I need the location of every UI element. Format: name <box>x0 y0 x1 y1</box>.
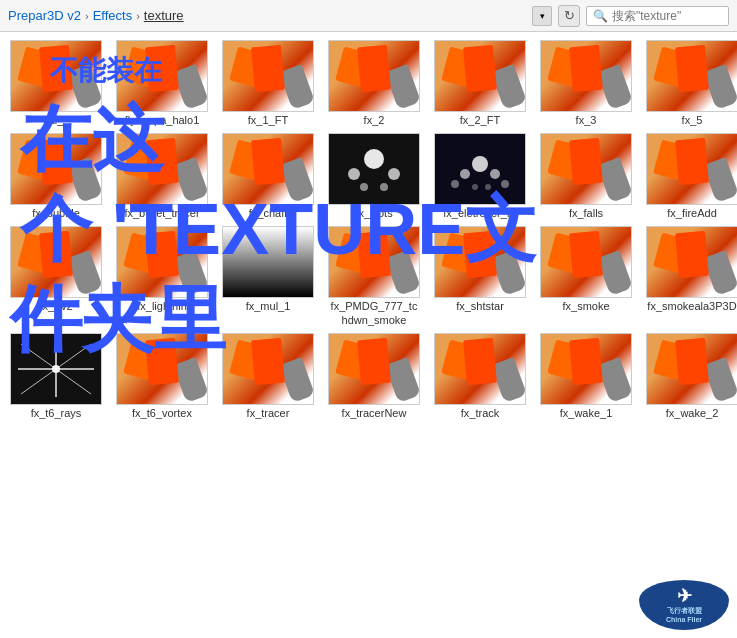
thumbnail-item-fx_t6_rays[interactable]: fx_t6_rays <box>6 333 106 420</box>
svg-point-8 <box>451 180 459 188</box>
search-icon: 🔍 <box>593 9 608 23</box>
thumbnail-item-fx_tracer[interactable]: fx_tracer <box>218 333 318 420</box>
top-bar: Prepar3D v2 › Effects › texture ▾ ↻ 🔍 <box>0 0 737 32</box>
thumbnail-image-fx_t6_rays <box>10 333 102 405</box>
thumbnail-label: fx_5 <box>682 114 703 127</box>
thumbnail-label: fx_track <box>461 407 500 420</box>
thumbnail-item-flytampa_halo1[interactable]: flytampa_halo1 <box>112 40 212 127</box>
thumbnail-item-fx_bullet_tracer[interactable]: fx_bullet_tracer <box>112 133 212 220</box>
thumbnail-image-fx_wake_2 <box>646 333 737 405</box>
breadcrumb-effects[interactable]: Effects <box>93 8 133 23</box>
svg-point-0 <box>364 149 384 169</box>
thumbnail-image-fx_eletrecer_rb <box>434 133 526 205</box>
thumbnail-item-fx_tracerNew[interactable]: fx_tracerNew <box>324 333 424 420</box>
thumbnail-image-fx_chaff <box>222 133 314 205</box>
svg-line-15 <box>56 369 91 394</box>
thumbnail-label: fx_bullet_tracer <box>124 207 199 220</box>
thumbnail-image-fx_shtstar <box>434 226 526 298</box>
thumbnail-label: fx_tracerNew <box>342 407 407 420</box>
thumbnail-image-fx_tracerNew <box>328 333 420 405</box>
thumbnail-item-fx_smoke[interactable]: fx_smoke <box>536 226 636 326</box>
thumbnail-item-fx_Fv2[interactable]: fx_Fv2 <box>6 226 106 326</box>
thumbnail-label: fx_shtstar <box>456 300 504 313</box>
breadcrumb: Prepar3D v2 › Effects › texture <box>8 8 528 23</box>
refresh-button[interactable]: ↻ <box>558 5 580 27</box>
svg-line-12 <box>21 344 56 369</box>
thumbnail-label: fx_falls <box>569 207 603 220</box>
thumbnail-image-fx_smokeala3P3D <box>646 226 737 298</box>
thumbnail-label: fx_bubble <box>32 207 80 220</box>
svg-point-7 <box>490 169 500 179</box>
thumbnail-label: fx_wake_1 <box>560 407 613 420</box>
thumbnail-item-fx_1_FT[interactable]: fx_1_FT <box>218 40 318 127</box>
svg-point-3 <box>360 183 368 191</box>
thumbnail-label: fx_3 <box>576 114 597 127</box>
thumbnail-label: flytampa_halo1 <box>125 114 200 127</box>
thumbnail-image-fx_PMDG_777_tchdwn_smoke <box>328 226 420 298</box>
svg-point-9 <box>501 180 509 188</box>
svg-point-11 <box>485 184 491 190</box>
thumbnail-item-fx_bubble[interactable]: fx_bubble <box>6 133 106 220</box>
thumbnail-item-ai_[interactable]: ai_ <box>6 40 106 127</box>
search-box: 🔍 <box>586 6 729 26</box>
content-area: ai_ flytampa_halo1 fx_1_FT fx_2 fx_2_FT … <box>0 32 737 638</box>
thumbnail-item-fx_eletrecer_rb[interactable]: fx_eletrecer_rb <box>430 133 530 220</box>
thumbnail-image-fx_3 <box>540 40 632 112</box>
thumbnail-image-fx_falls <box>540 133 632 205</box>
thumbnail-item-fx_3[interactable]: fx_3 <box>536 40 636 127</box>
svg-point-5 <box>472 156 488 172</box>
thumbnail-item-fx_smokeala3P3D[interactable]: fx_smokeala3P3D <box>642 226 737 326</box>
top-bar-right: ▾ ↻ 🔍 <box>532 5 729 27</box>
thumbnail-label: fx_fireAdd <box>667 207 717 220</box>
thumbnail-item-fx_Dots[interactable]: fx_Dots <box>324 133 424 220</box>
thumbnail-item-fx_2[interactable]: fx_2 <box>324 40 424 127</box>
thumbnail-image-fx_bubble <box>10 133 102 205</box>
thumbnail-image-fx_1_FT <box>222 40 314 112</box>
search-input[interactable] <box>612 9 722 23</box>
thumbnail-item-fx_lightnin[interactable]: fx_lightnin <box>112 226 212 326</box>
thumbnail-label: fx_smokeala3P3D <box>647 300 736 313</box>
breadcrumb-texture[interactable]: texture <box>144 8 184 23</box>
thumbnail-image-fx_lightnin <box>116 226 208 298</box>
thumbnail-label: fx_chaff <box>249 207 287 220</box>
thumbnail-image-fx_mul_1 <box>222 226 314 298</box>
thumbnail-label: fx_2_FT <box>460 114 500 127</box>
thumbnail-item-fx_mul_1[interactable]: fx_mul_1 <box>218 226 318 326</box>
svg-point-6 <box>460 169 470 179</box>
thumbnail-image-fx_5 <box>646 40 737 112</box>
thumbnail-grid: ai_ flytampa_halo1 fx_1_FT fx_2 fx_2_FT … <box>0 32 737 428</box>
thumbnail-image-fx_Dots <box>328 133 420 205</box>
thumbnail-item-fx_5[interactable]: fx_5 <box>642 40 737 127</box>
logo-text2: China Flier <box>666 616 702 624</box>
svg-point-1 <box>348 168 360 180</box>
path-dropdown-button[interactable]: ▾ <box>532 6 552 26</box>
thumbnail-image-fx_t6_vortex <box>116 333 208 405</box>
thumbnail-image-flytampa_halo1 <box>116 40 208 112</box>
thumbnail-image-fx_smoke <box>540 226 632 298</box>
breadcrumb-prepar3d[interactable]: Prepar3D v2 <box>8 8 81 23</box>
thumbnail-item-fx_t6_vortex[interactable]: fx_t6_vortex <box>112 333 212 420</box>
logo-text1: 飞行者联盟 <box>667 607 702 615</box>
thumbnail-item-fx_chaff[interactable]: fx_chaff <box>218 133 318 220</box>
thumbnail-item-fx_2_FT[interactable]: fx_2_FT <box>430 40 530 127</box>
svg-line-14 <box>21 369 56 394</box>
thumbnail-image-fx_tracer <box>222 333 314 405</box>
thumbnail-image-fx_track <box>434 333 526 405</box>
logo-inner: ✈ 飞行者联盟 China Flier <box>666 586 702 624</box>
thumbnail-item-fx_wake_2[interactable]: fx_wake_2 <box>642 333 737 420</box>
thumbnail-item-fx_wake_1[interactable]: fx_wake_1 <box>536 333 636 420</box>
thumbnail-item-fx_fireAdd[interactable]: fx_fireAdd <box>642 133 737 220</box>
thumbnail-item-fx_falls[interactable]: fx_falls <box>536 133 636 220</box>
thumbnail-item-fx_PMDG_777_tchdwn_smoke[interactable]: fx_PMDG_777_tchdwn_smoke <box>324 226 424 326</box>
thumbnail-label: fx_t6_vortex <box>132 407 192 420</box>
thumbnail-label: fx_Dots <box>355 207 392 220</box>
thumbnail-item-fx_shtstar[interactable]: fx_shtstar <box>430 226 530 326</box>
thumbnail-item-fx_track[interactable]: fx_track <box>430 333 530 420</box>
thumbnail-label: fx_mul_1 <box>246 300 291 313</box>
svg-point-4 <box>380 183 388 191</box>
thumbnail-label: fx_t6_rays <box>31 407 82 420</box>
logo-plane-icon: ✈ <box>677 586 692 608</box>
thumbnail-label: fx_wake_2 <box>666 407 719 420</box>
thumbnail-label: ai_ <box>49 114 64 127</box>
thumbnail-label: fx_1_FT <box>248 114 288 127</box>
